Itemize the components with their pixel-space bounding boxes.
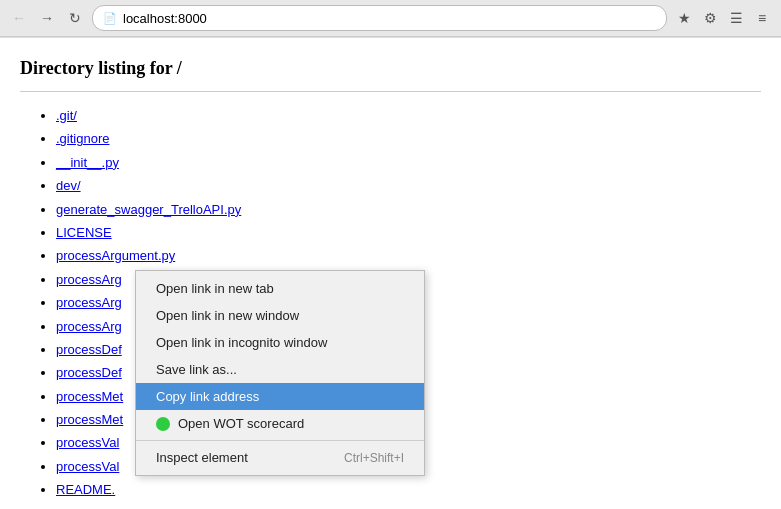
context-menu-item-label: Open link in new window [156,308,299,323]
context-menu-item-inspect[interactable]: Inspect elementCtrl+Shift+I [136,444,424,471]
context-menu-item-label: Copy link address [156,389,259,404]
context-menu-item-open-new-tab[interactable]: Open link in new tab [136,275,424,302]
context-menu-item-label: Open link in new tab [156,281,274,296]
context-menu-item-save-link[interactable]: Save link as... [136,356,424,383]
context-menu-item-open-incognito[interactable]: Open link in incognito window [136,329,424,356]
context-menu-item-label: Open WOT scorecard [178,416,304,431]
context-menu-item-label: Inspect element [156,450,248,465]
context-menu-item-copy-link[interactable]: Copy link address [136,383,424,410]
context-menu-overlay[interactable]: Open link in new tabOpen link in new win… [0,0,781,509]
context-menu-separator [136,440,424,441]
context-menu-item-label: Open link in incognito window [156,335,327,350]
wot-icon [156,417,170,431]
context-menu-shortcut: Ctrl+Shift+I [344,451,404,465]
context-menu-item-open-new-window[interactable]: Open link in new window [136,302,424,329]
context-menu-item-label: Save link as... [156,362,237,377]
context-menu-item-open-wot[interactable]: Open WOT scorecard [136,410,424,437]
context-menu: Open link in new tabOpen link in new win… [135,270,425,476]
